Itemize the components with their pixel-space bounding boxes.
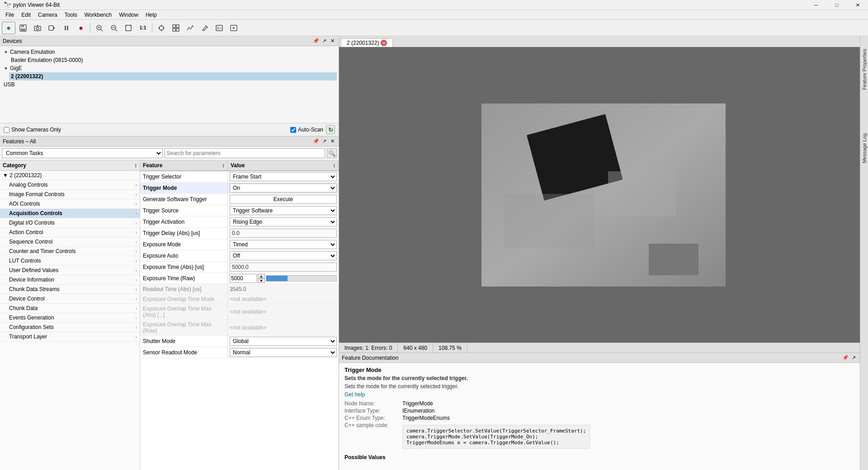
video2-button[interactable] <box>227 22 241 34</box>
menu-tools[interactable]: Tools <box>61 11 81 19</box>
search-button[interactable]: 🔍 <box>327 148 337 158</box>
save-button[interactable] <box>16 22 30 34</box>
auto-scan-checkbox[interactable]: Auto-Scan <box>290 127 323 133</box>
doc-detach-button[interactable]: ↗ <box>850 354 857 362</box>
record-button[interactable]: ● <box>74 22 88 34</box>
cat-sequence[interactable]: Sequence Control › <box>0 237 140 247</box>
param-value[interactable]: Normal <box>228 347 339 358</box>
cat-device-control[interactable]: Device Control › <box>0 294 140 304</box>
param-value[interactable]: Global <box>228 336 339 347</box>
param-value[interactable]: Rising Edge Falling Edge <box>228 216 339 227</box>
cat-transport[interactable]: Transport Layer › <box>0 332 140 342</box>
image-button[interactable] <box>212 22 226 34</box>
paint-button[interactable] <box>198 22 212 34</box>
cat-counter-timer[interactable]: Counter and Timer Controls › <box>0 247 140 256</box>
cat-label: Events Generation <box>9 315 54 321</box>
zoom-fit-button[interactable] <box>122 22 135 34</box>
cat-action[interactable]: Action Control › <box>0 228 140 237</box>
tree-gige[interactable]: ▼ GigE <box>2 64 337 72</box>
param-value[interactable]: Off Once Continuous <box>228 250 339 261</box>
category-select[interactable]: Common Tasks <box>2 148 163 158</box>
features-detach-button[interactable]: ↗ <box>321 138 328 145</box>
cat-digital-io[interactable]: Digital I/O Controls › <box>0 218 140 228</box>
tree-basler-emulation[interactable]: Basler Emulation (0815-0000) <box>9 56 337 64</box>
param-value[interactable]: Timed <box>228 239 339 250</box>
cat-events[interactable]: Events Generation › <box>0 313 140 323</box>
devices-detach-button[interactable]: ↗ <box>321 38 328 45</box>
trigger-delay-input[interactable] <box>230 229 337 238</box>
exposure-auto-dropdown[interactable]: Off Once Continuous <box>230 251 337 260</box>
cat-aoi[interactable]: AOI Controls › <box>0 199 140 209</box>
tree-camera-emulation[interactable]: ▼ Camera Emulation <box>2 48 337 56</box>
trigger-source-dropdown[interactable]: Trigger Software <box>230 206 337 215</box>
shutter-mode-dropdown[interactable]: Global <box>230 337 337 346</box>
trigger-selector-dropdown[interactable]: Frame Start <box>230 172 337 181</box>
refresh-button[interactable]: ↻ <box>326 125 335 134</box>
auto-scan-input[interactable] <box>290 127 296 133</box>
devices-pin-button[interactable]: 📌 <box>312 38 320 45</box>
cat-chunk-data-streams[interactable]: Chunk Data Streams › <box>0 285 140 294</box>
spin-down[interactable]: ▼ <box>258 278 265 283</box>
video-button[interactable] <box>45 22 59 34</box>
param-value[interactable]: Trigger Software <box>228 205 339 216</box>
exposure-mode-dropdown[interactable]: Timed <box>230 240 337 249</box>
cat-chunk-data[interactable]: Chunk Data › <box>0 304 140 313</box>
pause-button[interactable] <box>60 22 73 34</box>
execute-button[interactable]: Execute <box>230 195 337 204</box>
minimize-button[interactable]: ─ <box>806 0 826 10</box>
zoom-out-button[interactable] <box>107 22 121 34</box>
devices-close-button[interactable]: ✕ <box>329 38 336 45</box>
tree-device-2[interactable]: 2 (22001322) <box>9 72 337 80</box>
spin-up[interactable]: ▲ <box>258 274 265 278</box>
exposure-time-abs-input[interactable] <box>230 263 337 272</box>
cat-acquisition[interactable]: Acquisition Controls › <box>0 209 140 218</box>
doc-pin-button[interactable]: 📌 <box>842 354 849 362</box>
close-button[interactable]: ✕ <box>847 0 868 10</box>
menu-workbench[interactable]: Workbench <box>81 11 115 19</box>
chart-button[interactable] <box>184 22 197 34</box>
tab-close-button[interactable]: ✕ <box>381 40 387 46</box>
exposure-time-raw-spinbox[interactable] <box>230 274 257 283</box>
menu-bar: File Edit Camera Tools Workbench Window … <box>0 10 868 20</box>
menu-camera[interactable]: Camera <box>34 11 61 19</box>
menu-window[interactable]: Window <box>115 11 142 19</box>
camera-button[interactable] <box>31 22 44 34</box>
param-value[interactable]: Execute <box>228 194 339 205</box>
search-input[interactable] <box>165 148 326 158</box>
svg-rect-39 <box>504 194 594 248</box>
show-cameras-checkbox[interactable]: Show Cameras Only <box>4 127 61 133</box>
doc-get-help-link[interactable]: Get help <box>344 391 365 398</box>
play-button[interactable]: ● <box>2 22 15 34</box>
maximize-button[interactable]: □ <box>826 0 847 10</box>
param-value[interactable]: ▲ ▼ <box>228 273 339 284</box>
param-value[interactable] <box>228 228 339 239</box>
viewer-tab[interactable]: 2 (22001322) ✕ <box>341 38 393 47</box>
param-value[interactable]: Frame Start <box>228 171 339 182</box>
zoom-100-button[interactable]: 1:1 <box>136 22 150 34</box>
param-value[interactable] <box>228 262 339 273</box>
sensor-readout-dropdown[interactable]: Normal <box>230 348 337 357</box>
cat-lut[interactable]: LUT Controls › <box>0 256 140 266</box>
param-overlap-max-abs: Exposure Overlap Time Max (Abs) [...] <n… <box>140 304 339 320</box>
show-cameras-input[interactable] <box>4 127 9 133</box>
menu-file[interactable]: File <box>2 11 18 19</box>
features-close-button[interactable]: ✕ <box>329 138 336 145</box>
cat-config-sets[interactable]: Configuration Sets › <box>0 323 140 332</box>
sidebar-tab-feature-props[interactable]: Feature Properties <box>861 45 868 94</box>
cat-image-format[interactable]: Image Format Controls › <box>0 190 140 199</box>
trigger-mode-dropdown[interactable]: On Off <box>230 183 337 193</box>
cat-device-info[interactable]: Device Information › <box>0 275 140 285</box>
grid-button[interactable] <box>169 22 183 34</box>
menu-edit[interactable]: Edit <box>18 11 34 19</box>
cat-user-defined[interactable]: User Defined Values › <box>0 266 140 275</box>
trigger-activation-dropdown[interactable]: Rising Edge Falling Edge <box>230 217 337 226</box>
cat-analog[interactable]: Analog Controls › <box>0 180 140 190</box>
tree-usb[interactable]: USB <box>2 80 337 89</box>
cat-device-2[interactable]: ▼ 2 (22001322) <box>0 171 140 180</box>
param-value[interactable]: On Off <box>228 183 339 193</box>
crosshair-button[interactable] <box>155 22 168 34</box>
sidebar-tab-message-log[interactable]: Message Log <box>861 130 868 167</box>
features-pin-button[interactable]: 📌 <box>312 138 320 145</box>
menu-help[interactable]: Help <box>142 11 160 19</box>
zoom-in-button[interactable] <box>93 22 106 34</box>
